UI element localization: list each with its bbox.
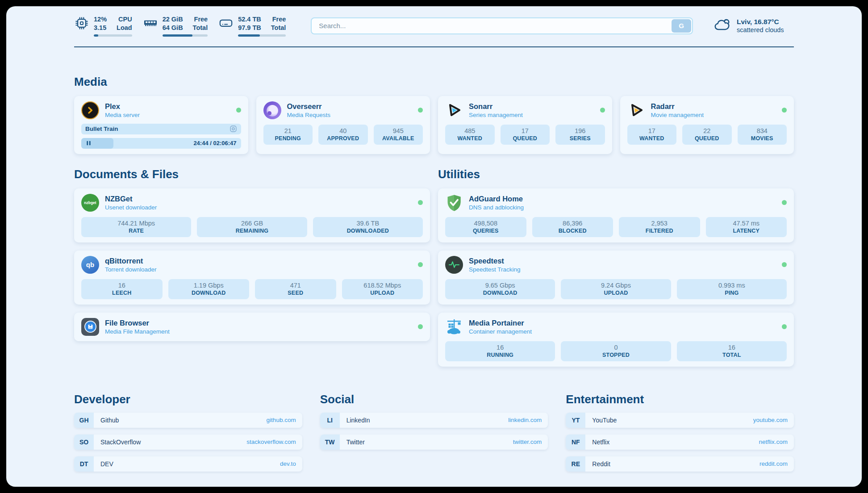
stat-label: DOWNLOAD (170, 290, 248, 296)
service-title: Radarr (651, 102, 704, 111)
cpu-progress-fill (94, 34, 98, 37)
memory-total-label: Total (193, 24, 208, 32)
service-subtitle: Usenet downloader (105, 204, 157, 211)
service-subtitle: Series management (469, 112, 523, 118)
stat-block: 16 RUNNING (445, 341, 555, 361)
nzbget-badge-text: nzbget (84, 201, 96, 205)
service-title: Speedtest (469, 257, 521, 265)
status-dot (782, 200, 787, 205)
stat-label: BLOCKED (534, 228, 612, 234)
stat-block: 86,396 BLOCKED (532, 217, 613, 237)
stat-label: UPLOAD (344, 290, 421, 296)
stat-label: PING (679, 290, 785, 296)
disk-progress-bar (238, 34, 286, 37)
service-title: Plex (105, 102, 140, 111)
now-playing-row: Bullet Train (81, 124, 241, 134)
portainer-icon (445, 318, 463, 336)
service-title: AdGuard Home (469, 195, 524, 203)
bookmark-linkedin[interactable]: LI LinkedIn linkedin.com (320, 413, 548, 428)
stat-block: 47.57 ms LATENCY (706, 217, 787, 237)
bookmark-dev[interactable]: DT DEV dev.to (74, 456, 302, 472)
filebrowser-icon (81, 318, 99, 336)
service-card-sonarr[interactable]: Sonarr Series management 485 WANTED 17 Q… (438, 96, 612, 154)
status-dot (418, 108, 423, 113)
stat-label: LATENCY (708, 228, 785, 234)
bookmark-url[interactable]: twitter.com (513, 435, 548, 450)
service-card-adguard[interactable]: AdGuard Home DNS and adblocking 498,508 … (438, 188, 794, 242)
stat-value: 266 GB (199, 220, 305, 227)
bookmark-youtube[interactable]: YT YouTube youtube.com (566, 413, 794, 428)
bookmark-netflix[interactable]: NF Netflix netflix.com (566, 435, 794, 450)
service-card-plex[interactable]: Plex Media server Bullet Train (74, 96, 248, 154)
bookmark-url[interactable]: github.com (267, 413, 302, 428)
memory-free-value: 22 GiB (163, 15, 183, 24)
bookmark-abbr: SO (74, 435, 94, 450)
stat-value: 16 (447, 344, 553, 351)
service-card-speedtest[interactable]: Speedtest Speedtest Tracking 9.65 Gbps D… (438, 251, 794, 305)
bookmark-url[interactable]: linkedin.com (508, 413, 548, 428)
bookmark-name: Github (100, 413, 119, 428)
stat-label: WANTED (447, 135, 493, 142)
disk-total-value: 97.9 TB (238, 24, 261, 32)
stat-value: 0 (563, 344, 669, 351)
cpu-load-label: Load (117, 24, 132, 32)
bookmark-stackoverflow[interactable]: SO StackOverflow stackoverflow.com (74, 435, 302, 450)
section-header-utilities: Utilities (438, 167, 794, 181)
service-card-qbittorrent[interactable]: qb qBittorrent Torrent downloader 16 LEE… (74, 251, 430, 305)
bookmark-url[interactable]: reddit.com (760, 456, 794, 472)
stat-label: QUERIES (447, 228, 525, 234)
search-input[interactable] (311, 17, 693, 34)
service-card-portainer[interactable]: Media Portainer Container management 16 … (438, 313, 794, 367)
search-bar[interactable]: G (311, 17, 693, 34)
disk-widget: 52.4 TB 97.9 TB Free Total (218, 15, 286, 37)
service-card-overseerr[interactable]: Overseerr Media Requests 21 PENDING 40 A… (256, 96, 430, 154)
stat-value: 834 (739, 127, 785, 134)
stat-block: 498,508 QUERIES (445, 217, 526, 237)
cpu-icon (74, 15, 89, 37)
memory-free-label: Free (193, 15, 208, 24)
section-header-developer: Developer (74, 393, 302, 406)
section-header-media: Media (74, 75, 794, 89)
overseerr-icon (263, 101, 281, 119)
service-title: qBittorrent (105, 257, 157, 265)
stat-value: 196 (557, 127, 603, 134)
bookmark-url[interactable]: dev.to (280, 456, 302, 472)
bookmark-url[interactable]: stackoverflow.com (246, 435, 302, 450)
stat-block: 22 QUEUED (682, 125, 732, 145)
stat-value: 2,953 (621, 220, 698, 227)
stat-block: 266 GB REMAINING (197, 217, 307, 237)
bookmark-url[interactable]: netflix.com (759, 435, 794, 450)
bookmark-abbr: TW (320, 435, 340, 450)
bookmark-reddit[interactable]: RE Reddit reddit.com (566, 456, 794, 472)
bookmark-abbr: LI (320, 413, 340, 428)
service-card-nzbget[interactable]: nzbget NZBGet Usenet downloader 744.21 M… (74, 188, 430, 242)
bookmark-abbr: DT (74, 456, 94, 472)
stat-block: 16 TOTAL (677, 341, 787, 361)
cpu-progress-bar (94, 34, 132, 37)
stat-block: 485 WANTED (445, 125, 495, 145)
stat-value: 16 (679, 344, 785, 351)
stat-value: 39.6 TB (315, 220, 421, 227)
stat-value: 485 (447, 127, 493, 134)
bookmark-group-entertainment: Entertainment YT YouTube youtube.com NF … (566, 393, 794, 472)
bookmark-twitter[interactable]: TW Twitter twitter.com (320, 435, 548, 450)
search-provider-button[interactable]: G (672, 19, 691, 33)
stat-label: SEED (257, 290, 334, 296)
service-card-radarr[interactable]: Radarr Movie management 17 WANTED 22 QUE… (620, 96, 794, 154)
stat-value: 471 (257, 282, 334, 289)
bookmark-abbr: YT (566, 413, 585, 428)
bookmark-url[interactable]: youtube.com (753, 413, 794, 428)
pause-icon[interactable] (86, 140, 92, 146)
stat-value: 47.57 ms (708, 220, 785, 227)
section-header-documents: Documents & Files (74, 167, 430, 181)
section-header-social: Social (320, 393, 548, 406)
bookmark-github[interactable]: GH Github github.com (74, 413, 302, 428)
bookmark-name: LinkedIn (346, 413, 370, 428)
stat-label: DOWNLOADED (315, 228, 421, 234)
disk-free-label: Free (271, 15, 286, 24)
speedtest-icon (445, 256, 463, 274)
sonarr-icon (445, 101, 463, 119)
plex-icon (81, 101, 99, 119)
status-dot (236, 108, 241, 113)
service-card-filebrowser[interactable]: File Browser Media File Management (74, 313, 430, 341)
